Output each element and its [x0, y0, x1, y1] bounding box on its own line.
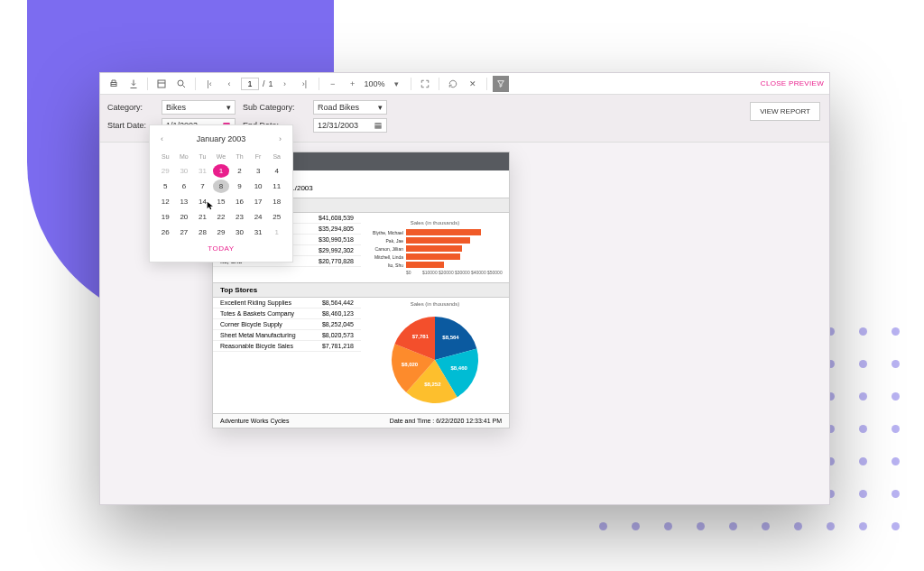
datepicker-day[interactable]: 1 [268, 226, 285, 239]
zoom-out-icon[interactable]: − [325, 76, 341, 92]
datepicker-day[interactable]: 4 [268, 164, 285, 178]
datepicker-day[interactable]: 6 [176, 180, 193, 193]
datepicker-day[interactable]: 27 [176, 226, 193, 239]
view-report-button[interactable]: VIEW REPORT [750, 102, 820, 121]
search-icon[interactable] [173, 76, 189, 92]
zoom-level: 100% [365, 79, 385, 88]
chevron-down-icon: ▾ [378, 103, 383, 112]
svg-text:$8,564: $8,564 [442, 335, 459, 340]
datepicker-day[interactable]: 10 [250, 180, 267, 193]
close-preview-button[interactable]: CLOSE PREVIEW [761, 79, 824, 87]
table-row: Excellent Riding Supplies$8,564,442 [213, 298, 361, 309]
datepicker-dow: Fr [250, 151, 267, 162]
svg-text:$7,781: $7,781 [412, 334, 430, 339]
category-label: Category: [107, 103, 154, 112]
datepicker-day[interactable]: 18 [268, 195, 285, 208]
svg-text:$8,252: $8,252 [424, 382, 441, 387]
datepicker-next-icon[interactable]: › [275, 133, 285, 145]
table-row: Sheet Metal Manufacturing$8,020,573 [213, 330, 361, 341]
page-sep: / [263, 79, 265, 88]
zoom-in-icon[interactable]: + [345, 76, 361, 92]
chevron-down-icon: ▾ [226, 103, 231, 112]
datepicker-day[interactable]: 7 [194, 180, 211, 193]
table-row: Reasonable Bicycle Sales$7,781,218 [213, 341, 361, 352]
toolbar: |‹ ‹ / 1 › ›| − + 100% ▾ ✕ CLOSE PREVIEW [100, 73, 829, 95]
next-page-icon[interactable]: › [277, 76, 293, 92]
datepicker-dow: Tu [194, 151, 211, 162]
datepicker-dow: We [213, 151, 230, 162]
datepicker-dow: Mo [176, 151, 193, 162]
datepicker-title[interactable]: January 2003 [197, 134, 246, 143]
datepicker-day[interactable]: 26 [157, 226, 174, 239]
datepicker-popup: ‹ January 2003 › SuMoTuWeThFrSa293031123… [149, 124, 293, 262]
filter-icon[interactable] [493, 76, 509, 92]
stores-table: Excellent Riding Supplies$8,564,442Totes… [213, 298, 361, 413]
svg-rect-1 [158, 80, 165, 87]
datepicker-day[interactable]: 11 [268, 180, 285, 193]
datepicker-day[interactable]: 8 [213, 180, 230, 193]
svg-text:$8,460: $8,460 [450, 365, 467, 371]
svg-rect-4 [374, 123, 382, 129]
datepicker-day[interactable]: 5 [157, 180, 174, 193]
startdate-label: Start Date: [107, 121, 154, 130]
fullscreen-icon[interactable] [417, 76, 433, 92]
datepicker-day[interactable]: 16 [231, 195, 248, 208]
datepicker-day[interactable]: 9 [231, 180, 248, 193]
svg-text:$8,020: $8,020 [402, 362, 419, 367]
svg-point-2 [178, 80, 183, 86]
zoom-dropdown-icon[interactable]: ▾ [389, 76, 405, 92]
datepicker-day[interactable]: 31 [194, 164, 211, 178]
subcategory-label: Sub Category: [243, 103, 306, 112]
subcategory-select[interactable]: Road Bikes▾ [313, 100, 387, 115]
print-icon[interactable] [106, 76, 122, 92]
employees-barchart: Sales (in thousands)Blythe, MichaelPak, … [361, 213, 509, 282]
datepicker-day[interactable]: 17 [250, 195, 267, 208]
datepicker-today-button[interactable]: TODAY [157, 239, 285, 254]
stores-piechart: Sales (in thousands)$8,564$8,460$8,252$8… [361, 298, 509, 413]
datepicker-day[interactable]: 3 [250, 164, 267, 178]
category-select[interactable]: Bikes▾ [162, 100, 236, 115]
datepicker-day[interactable]: 25 [268, 210, 285, 224]
datepicker-day[interactable]: 20 [176, 210, 193, 224]
table-row: Corner Bicycle Supply$8,252,045 [213, 319, 361, 330]
datepicker-day[interactable]: 31 [250, 226, 267, 239]
datepicker-day[interactable]: 1 [213, 164, 230, 178]
datepicker-day[interactable]: 2 [231, 164, 248, 178]
datepicker-prev-icon[interactable]: ‹ [157, 133, 167, 145]
datepicker-day[interactable]: 22 [213, 210, 230, 224]
datepicker-dow: Th [231, 151, 248, 162]
datepicker-day[interactable]: 30 [176, 164, 193, 178]
datepicker-day[interactable]: 29 [213, 226, 230, 239]
first-page-icon[interactable]: |‹ [201, 76, 217, 92]
datepicker-day[interactable]: 30 [231, 226, 248, 239]
datepicker-day[interactable]: 28 [194, 226, 211, 239]
datepicker-day[interactable]: 19 [157, 210, 174, 224]
datepicker-day[interactable]: 23 [231, 210, 248, 224]
datepicker-day[interactable]: 29 [157, 164, 174, 178]
refresh-icon[interactable] [445, 76, 461, 92]
section-stores-title: Top Stores [213, 283, 509, 298]
enddate-input[interactable]: 12/31/2003 [313, 118, 387, 133]
calendar-icon [374, 121, 383, 130]
datepicker-dow: Sa [268, 151, 285, 162]
report-footer-left: Adventure Works Cycles [220, 418, 290, 424]
page-total: 1 [269, 79, 273, 88]
datepicker-day[interactable]: 12 [157, 195, 174, 208]
datepicker-day[interactable]: 24 [250, 210, 267, 224]
table-row: Totes & Baskets Company$8,460,123 [213, 309, 361, 319]
datepicker-day[interactable]: 15 [213, 195, 230, 208]
last-page-icon[interactable]: ›| [297, 76, 313, 92]
datepicker-dow: Su [157, 151, 174, 162]
datepicker-day[interactable]: 13 [176, 195, 193, 208]
datepicker-day[interactable]: 14 [194, 195, 211, 208]
page-input[interactable] [241, 78, 259, 90]
datepicker-grid: SuMoTuWeThFrSa29303112345678910111213141… [157, 151, 285, 239]
cancel-icon[interactable]: ✕ [465, 76, 481, 92]
layout-icon[interactable] [153, 76, 170, 92]
datepicker-day[interactable]: 21 [194, 210, 211, 224]
report-footer-right: Date and Time : 6/22/2020 12:33:41 PM [390, 418, 502, 424]
prev-page-icon[interactable]: ‹ [221, 76, 237, 92]
export-icon[interactable] [125, 76, 142, 92]
